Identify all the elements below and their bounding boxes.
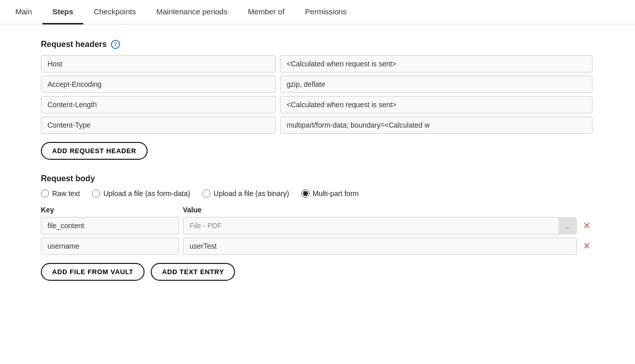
header-value-input-content-length[interactable] <box>280 96 593 113</box>
radio-group: Raw text Upload a file (as form-data) Up… <box>41 189 593 198</box>
form-value-file-wrapper: ... <box>183 217 577 234</box>
header-key-input-accept[interactable] <box>41 76 276 93</box>
header-key-input-content-type[interactable] <box>41 116 276 134</box>
request-body-section: Request body Raw text Upload a file (as … <box>41 174 593 281</box>
tab-checkpoints[interactable]: Checkpoints <box>83 0 146 25</box>
delete-file-row-icon[interactable]: ✕ <box>581 220 593 231</box>
request-headers-help-icon[interactable]: ? <box>111 40 120 49</box>
browse-button[interactable]: ... <box>558 217 577 234</box>
radio-raw-text-input[interactable] <box>41 189 49 198</box>
header-row <box>41 116 593 134</box>
request-headers-section: Request headers ? <box>41 40 593 160</box>
header-key-input-host[interactable] <box>41 55 276 72</box>
form-value-file-input[interactable] <box>183 217 558 234</box>
form-row-username: ✕ <box>41 237 593 255</box>
form-table-header: Key Value <box>41 206 593 214</box>
tab-maintenance[interactable]: Maintenance periods <box>146 0 238 25</box>
tab-main[interactable]: Main <box>5 0 42 25</box>
radio-upload-binary-input[interactable] <box>202 189 210 198</box>
header-value-input-accept[interactable] <box>280 76 593 93</box>
header-row <box>41 55 593 72</box>
form-row-file: ... ✕ <box>41 217 593 234</box>
radio-multi-part-input[interactable] <box>301 189 310 198</box>
tab-bar: Main Steps Checkpoints Maintenance perio… <box>0 0 635 25</box>
bottom-buttons: ADD FILE FROM VAULT ADD TEXT ENTRY <box>41 263 593 281</box>
add-text-entry-button[interactable]: ADD TEXT ENTRY <box>151 263 235 281</box>
header-value-input-host[interactable] <box>280 55 593 72</box>
header-row <box>41 96 593 113</box>
left-gutter <box>20 40 41 281</box>
radio-multi-part[interactable]: Multi-part form <box>301 189 359 198</box>
tab-member-of[interactable]: Member of <box>238 0 295 25</box>
form-value-username[interactable] <box>183 237 577 255</box>
tab-steps[interactable]: Steps <box>42 0 84 25</box>
header-row <box>41 76 593 93</box>
header-rows <box>41 55 593 134</box>
tab-permissions[interactable]: Permissions <box>295 0 357 25</box>
radio-upload-form-input[interactable] <box>92 189 100 198</box>
add-file-from-vault-button[interactable]: ADD FILE FROM VAULT <box>41 263 145 281</box>
form-key-file-content[interactable] <box>41 217 179 234</box>
header-value-input-content-type[interactable] <box>280 116 593 134</box>
delete-username-row-icon[interactable]: ✕ <box>581 240 593 252</box>
col-key-label: Key <box>41 206 179 214</box>
form-rows: ... ✕ ✕ <box>41 217 593 255</box>
radio-upload-binary[interactable]: Upload a file (as binary) <box>202 189 289 198</box>
request-body-title: Request body <box>41 174 593 183</box>
radio-upload-form[interactable]: Upload a file (as form-data) <box>92 189 190 198</box>
form-key-username[interactable] <box>41 237 179 255</box>
add-request-header-button[interactable]: ADD REQUEST HEADER <box>41 142 148 160</box>
content-area: Request headers ? <box>0 25 613 296</box>
radio-raw-text[interactable]: Raw text <box>41 189 80 198</box>
header-key-input-content-length[interactable] <box>41 96 276 113</box>
col-value-label: Value <box>183 206 593 214</box>
main-panel: Request headers ? <box>41 40 593 281</box>
request-headers-title: Request headers ? <box>41 40 593 49</box>
